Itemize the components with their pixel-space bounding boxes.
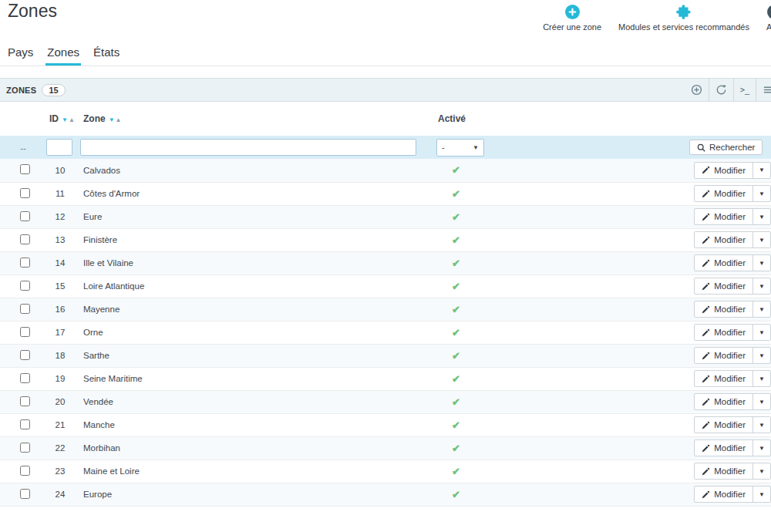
sort-icons[interactable]: ▼▲ — [62, 116, 76, 123]
edit-button[interactable]: Modifier — [695, 232, 752, 247]
row-id: 12 — [43, 205, 77, 228]
create-zone-button[interactable]: Créer une zone — [543, 4, 601, 32]
row-zone-name: Ille et Vilaine — [77, 251, 432, 274]
export-icon[interactable] — [756, 79, 771, 101]
row-actions: Modifier ▼ — [694, 162, 771, 179]
edit-dropdown-button[interactable]: ▼ — [752, 209, 770, 224]
zones-table: ID▼▲ Zone▼▲ Activé -- - ▼ — [0, 102, 771, 507]
row-zone-name: Orne — [77, 321, 432, 344]
row-zone-name: Maine et Loire — [77, 460, 432, 483]
row-id: 24 — [43, 483, 77, 506]
filter-id-input[interactable] — [46, 139, 72, 156]
row-actions: Modifier ▼ — [694, 463, 771, 480]
table-row: 11 Côtes d'Armor ✔ Modifier ▼ — [0, 182, 771, 205]
search-icon — [697, 143, 705, 152]
edit-button[interactable]: Modifier — [695, 394, 752, 409]
help-button[interactable]: ? Aide — [766, 4, 771, 32]
row-actions: Modifier ▼ — [694, 278, 771, 295]
tab-zones[interactable]: Zones — [45, 45, 81, 66]
edit-dropdown-button[interactable]: ▼ — [752, 348, 770, 363]
row-checkbox[interactable] — [20, 466, 30, 476]
row-zone-name: Côtes d'Armor — [77, 182, 432, 205]
row-checkbox[interactable] — [20, 211, 30, 221]
row-zone-name: Finistère — [77, 228, 432, 251]
edit-dropdown-button[interactable]: ▼ — [752, 417, 770, 433]
active-check-icon: ✔ — [452, 258, 460, 269]
row-checkbox[interactable] — [20, 188, 30, 198]
edit-dropdown-button[interactable]: ▼ — [752, 278, 770, 294]
edit-button[interactable]: Modifier — [695, 487, 752, 502]
sql-query-icon[interactable]: >_ — [733, 79, 756, 101]
row-id: 19 — [43, 367, 77, 390]
edit-button[interactable]: Modifier — [695, 278, 752, 294]
row-id: 11 — [43, 182, 77, 205]
edit-button[interactable]: Modifier — [695, 463, 752, 479]
edit-button[interactable]: Modifier — [695, 348, 752, 363]
row-actions: Modifier ▼ — [694, 416, 771, 433]
pencil-icon — [702, 421, 710, 429]
select-column-header — [0, 102, 43, 136]
edit-button[interactable]: Modifier — [695, 209, 752, 224]
edit-button[interactable]: Modifier — [695, 325, 752, 340]
edit-dropdown-button[interactable]: ▼ — [752, 325, 770, 340]
panel-title: ZONES — [6, 86, 36, 95]
tab-pays[interactable]: Pays — [6, 45, 35, 66]
row-checkbox[interactable] — [20, 164, 30, 174]
edit-dropdown-button[interactable]: ▼ — [752, 487, 770, 502]
row-checkbox[interactable] — [20, 350, 30, 360]
active-check-icon: ✔ — [452, 327, 460, 338]
filter-zone-input[interactable] — [80, 139, 416, 156]
edit-dropdown-button[interactable]: ▼ — [752, 301, 770, 317]
edit-dropdown-button[interactable]: ▼ — [752, 371, 770, 386]
row-checkbox[interactable] — [20, 281, 30, 291]
active-check-icon: ✔ — [452, 304, 460, 315]
recommended-modules-button[interactable]: Modules et services recommandés — [618, 4, 749, 32]
table-row: 23 Maine et Loire ✔ Modifier ▼ — [0, 460, 771, 483]
tab-bar: Pays Zones États — [0, 39, 771, 66]
zone-column-header[interactable]: Zone▼▲ — [77, 102, 432, 136]
edit-button[interactable]: Modifier — [695, 163, 752, 178]
add-icon[interactable] — [685, 79, 709, 101]
row-checkbox[interactable] — [20, 373, 30, 383]
filter-active-select[interactable]: - ▼ — [436, 139, 484, 157]
row-actions: Modifier ▼ — [694, 254, 771, 271]
edit-dropdown-button[interactable]: ▼ — [752, 394, 770, 409]
active-check-icon: ✔ — [452, 188, 460, 200]
pencil-icon — [702, 236, 710, 244]
pencil-icon — [702, 444, 710, 453]
edit-button[interactable]: Modifier — [695, 417, 752, 433]
edit-button[interactable]: Modifier — [695, 440, 752, 456]
sort-icons[interactable]: ▼▲ — [109, 116, 123, 123]
pencil-icon — [702, 328, 710, 337]
edit-dropdown-button[interactable]: ▼ — [752, 186, 770, 201]
row-id: 10 — [43, 159, 77, 182]
row-id: 22 — [43, 436, 77, 460]
row-checkbox[interactable] — [20, 443, 30, 453]
row-checkbox[interactable] — [20, 234, 30, 244]
edit-dropdown-button[interactable]: ▼ — [752, 255, 770, 271]
active-check-icon: ✔ — [452, 350, 460, 362]
id-column-header[interactable]: ID▼▲ — [43, 102, 77, 136]
row-checkbox[interactable] — [20, 489, 30, 499]
row-checkbox[interactable] — [20, 396, 30, 406]
row-zone-name: Sarthe — [77, 344, 432, 367]
tab-etats[interactable]: États — [92, 45, 121, 66]
edit-button[interactable]: Modifier — [695, 186, 752, 201]
search-button[interactable]: Rechercher — [689, 140, 763, 155]
row-zone-name: Europe — [77, 483, 432, 506]
pencil-icon — [702, 490, 710, 499]
edit-dropdown-button[interactable]: ▼ — [752, 463, 770, 479]
row-checkbox[interactable] — [20, 304, 30, 314]
edit-button[interactable]: Modifier — [695, 301, 752, 317]
row-checkbox[interactable] — [20, 419, 30, 429]
edit-dropdown-button[interactable]: ▼ — [752, 440, 770, 456]
row-checkbox[interactable] — [20, 327, 30, 337]
edit-button[interactable]: Modifier — [695, 255, 752, 271]
refresh-icon[interactable] — [709, 79, 733, 101]
row-id: 21 — [43, 413, 77, 436]
edit-button[interactable]: Modifier — [695, 371, 752, 386]
edit-dropdown-button[interactable]: ▼ — [752, 163, 770, 178]
row-checkbox[interactable] — [20, 258, 30, 268]
page-title: Zones — [8, 1, 57, 22]
edit-dropdown-button[interactable]: ▼ — [752, 232, 770, 247]
